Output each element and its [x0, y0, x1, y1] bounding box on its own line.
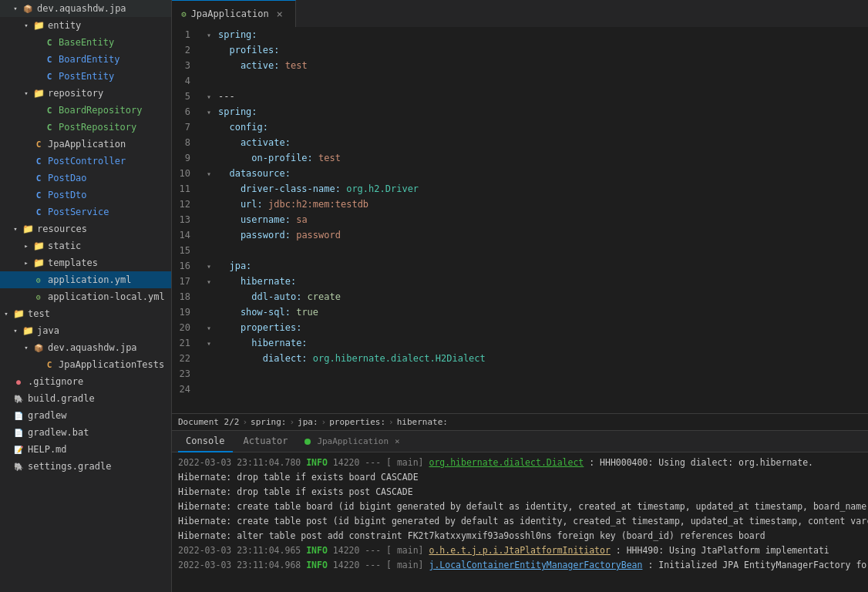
log-logger-link-7[interactable]: o.h.e.t.j.p.i.JtaPlatformInitiator — [429, 545, 610, 556]
sidebar-item-label: .gitignore — [28, 376, 171, 387]
java-blue-icon: C — [32, 189, 45, 201]
sidebar-item-repository[interactable]: 📁 repository — [0, 85, 171, 102]
sidebar-item-application-local-yml[interactable]: ⚙ application-local.yml — [0, 288, 171, 305]
line-number: 12 — [172, 197, 203, 212]
sidebar-item-BaseEntity[interactable]: C BaseEntity — [0, 34, 171, 51]
line-number: 1 — [172, 27, 203, 42]
line-content: url: jdbc:h2:mem:testdb — [215, 197, 868, 212]
line-number: 7 — [172, 119, 203, 135]
tab-close-bottom[interactable]: × — [395, 436, 400, 446]
sidebar-item-entity[interactable]: 📁 entity — [0, 17, 171, 34]
code-line-15: 15 — [172, 243, 868, 258]
line-number: 23 — [172, 366, 203, 382]
chevron-icon — [22, 21, 31, 30]
log-logger-link-8[interactable]: j.LocalContainerEntityManagerFactoryBean — [429, 560, 642, 570]
chevron-icon — [22, 343, 31, 352]
code-line-3: 3 active: test — [172, 58, 868, 73]
code-line-18: 18 ddl-auto: create — [172, 289, 868, 304]
code-line-5: 5 ▾ --- — [172, 89, 868, 104]
sidebar-item-JpaApplicationTests[interactable]: C JpaApplicationTests — [0, 356, 171, 373]
panel-tab-console[interactable]: Console — [178, 431, 233, 452]
line-content — [215, 73, 868, 89]
fold-gutter[interactable]: ▾ — [203, 89, 215, 104]
sidebar-item-label: gradlew.bat — [28, 427, 171, 438]
sidebar-item-static[interactable]: 📁 static — [0, 237, 171, 254]
line-content: on-profile: test — [215, 150, 868, 166]
tab-JpaApplication[interactable]: ⚙ JpaApplication × — [172, 0, 296, 27]
java-blue-icon: C — [32, 172, 45, 184]
chevron-icon — [22, 258, 31, 267]
fold-gutter — [203, 289, 215, 304]
sidebar-item-dev-aquashdw-jpa-test[interactable]: 📦 dev.aquashdw.jpa — [0, 339, 171, 356]
java-blue-icon: C — [43, 70, 56, 82]
line-content: jpa: — [215, 258, 868, 274]
sidebar-item-JpaApplication[interactable]: C JpaApplication — [0, 136, 171, 153]
sidebar-item-gradlew[interactable]: 📄 gradlew — [0, 407, 171, 424]
fold-gutter[interactable]: ▾ — [203, 104, 215, 119]
sidebar-item-label: gradlew — [28, 410, 171, 421]
sidebar-item-dev-aquashdw-jpa[interactable]: 📦 dev.aquashdw.jpa — [0, 0, 171, 17]
breadcrumb-jpa[interactable]: jpa: — [298, 417, 318, 427]
sidebar-item-templates[interactable]: 📁 templates — [0, 254, 171, 271]
java-orange-icon: C — [43, 358, 56, 371]
code-line-4: 4 — [172, 73, 868, 89]
console-output[interactable]: 2022-03-03 23:11:04.780 INFO 14220 --- [… — [172, 452, 868, 592]
panel-tab-actuator[interactable]: Actuator — [236, 431, 296, 452]
sidebar-item-settings-gradle[interactable]: 🐘 settings.gradle — [0, 458, 171, 475]
sidebar-item-help-md[interactable]: 📝 HELP.md — [0, 441, 171, 458]
sidebar-item-PostService[interactable]: C PostService — [0, 204, 171, 220]
fold-gutter — [203, 197, 215, 212]
line-content: activate: — [215, 135, 868, 150]
fold-gutter[interactable]: ▾ — [203, 274, 215, 289]
sidebar-item-application-yml[interactable]: ⚙ application.yml — [0, 271, 171, 288]
breadcrumb-properties[interactable]: properties: — [329, 417, 385, 427]
log-logger-link-1[interactable]: org.hibernate.dialect.Dialect — [429, 457, 584, 468]
sidebar-item-PostDao[interactable]: C PostDao — [0, 170, 171, 187]
folder-icon: 📁 — [22, 223, 34, 235]
sidebar-item-label: repository — [48, 88, 171, 99]
sidebar-item-gitignore[interactable]: ● .gitignore — [0, 373, 171, 390]
sidebar-item-PostRepository[interactable]: C PostRepository — [0, 119, 171, 136]
sidebar-item-gradlew-bat[interactable]: 📄 gradlew.bat — [0, 424, 171, 441]
line-content: password: password — [215, 227, 868, 243]
sidebar-item-java-test[interactable]: 📁 java — [0, 322, 171, 339]
sidebar-item-BoardEntity[interactable]: C BoardEntity — [0, 51, 171, 68]
fold-gutter — [203, 382, 215, 397]
md-icon: 📝 — [12, 443, 25, 456]
line-number: 8 — [172, 135, 203, 150]
sidebar-item-resources[interactable]: 📁 resources — [0, 220, 171, 237]
bottom-panel: Console Actuator JpaApplication × 2022-0… — [172, 430, 868, 592]
tab-close-button[interactable]: × — [274, 8, 286, 20]
fold-gutter[interactable]: ▾ — [203, 166, 215, 181]
code-line-8: 8 activate: — [172, 135, 868, 150]
fold-gutter[interactable]: ▾ — [203, 27, 215, 42]
breadcrumb-bar: Document 2/2 › spring: › jpa: › properti… — [172, 413, 868, 430]
sidebar-item-label: BaseEntity — [59, 37, 171, 48]
editor-area: ⚙ JpaApplication × 1 ▾ spring: 2 profile… — [172, 0, 868, 592]
folder-icon: 📁 — [32, 240, 45, 252]
fold-gutter[interactable]: ▾ — [203, 320, 215, 335]
line-number: 22 — [172, 351, 203, 366]
line-number: 24 — [172, 382, 203, 397]
code-line-2: 2 profiles: — [172, 42, 868, 58]
sidebar-item-PostDto[interactable]: C PostDto — [0, 187, 171, 204]
breadcrumb-spring[interactable]: spring: — [251, 417, 286, 427]
chevron-icon — [11, 326, 20, 335]
sidebar-item-BoardRepository[interactable]: C BoardRepository — [0, 102, 171, 119]
sidebar-item-test[interactable]: 📁 test — [0, 305, 171, 322]
sidebar-item-label: resources — [37, 224, 171, 234]
yaml-icon: ⚙ — [32, 291, 45, 303]
sidebar-item-PostEntity[interactable]: C PostEntity — [0, 68, 171, 85]
sidebar-item-build-gradle[interactable]: 🐘 build.gradle — [0, 390, 171, 407]
code-editor[interactable]: 1 ▾ spring: 2 profiles: 3 active: test — [172, 27, 868, 413]
line-content: show-sql: true — [215, 304, 868, 320]
fold-gutter[interactable]: ▾ — [203, 258, 215, 274]
java-orange-icon: C — [32, 138, 45, 150]
fold-gutter[interactable]: ▾ — [203, 335, 215, 351]
sidebar-item-PostController[interactable]: C PostController — [0, 153, 171, 170]
breadcrumb-hibernate[interactable]: hibernate: — [397, 417, 448, 427]
fold-gutter — [203, 73, 215, 89]
line-content: hibernate: — [215, 274, 868, 289]
sidebar[interactable]: 📦 dev.aquashdw.jpa 📁 entity C BaseEntity… — [0, 0, 172, 592]
line-number: 13 — [172, 212, 203, 227]
